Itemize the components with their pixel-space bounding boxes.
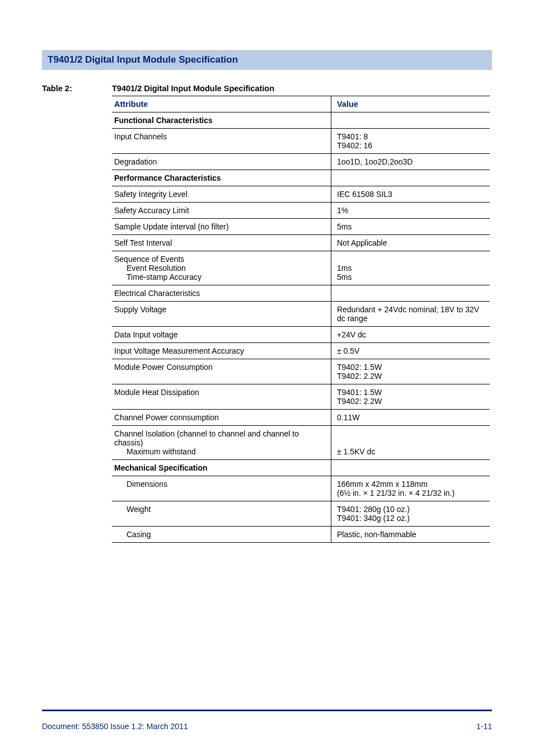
row-val: 5ms [331,219,490,235]
row-attr: Weight [112,501,331,527]
value-line: 166mm x 42mm x 118mm [337,480,428,489]
row-attr: Dimensions [112,476,331,501]
table-row: Input Channels T9401: 8 T9402: 16 [112,129,490,154]
row-val [331,285,490,302]
row-val: 0.11W [331,410,490,426]
row-val: Plastic, non-flammable [331,527,490,543]
table-row: Dimensions 166mm x 42mm x 118mm (6½ in. … [112,476,490,501]
row-attr: Sample Update interval (no filter) [112,219,331,235]
attr-line: Sequence of Events [114,255,184,264]
table-row: Functional Characteristics [112,112,490,129]
row-val: 1oo1D, 1oo2D,2oo3D [331,154,490,170]
row-val: ± 1.5KV dc [331,426,490,460]
value-line: T9402: 2.2W [337,397,382,406]
row-attr: Channel Power connsumption [112,410,331,426]
row-attr: Input Channels [112,129,331,154]
value-line: T9402: 2.2W [337,372,382,381]
table-row: Module Heat Dissipation T9401: 1.5W T940… [112,384,490,410]
row-val: ± 0.5V [331,343,490,359]
row-val [331,112,490,129]
row-attr: Performance Characteristics [112,170,331,186]
table-row: Safety Integrity Level IEC 61508 SIL3 [112,186,490,203]
attr-line: Casing [114,530,326,539]
attr-sub-line: Time-stamp Accuracy [114,273,326,281]
row-val: 166mm x 42mm x 118mm (6½ in. × 1 21/32 i… [331,476,490,501]
row-val: IEC 61508 SIL3 [331,186,490,203]
table-row: Safety Accuracy Limit 1% [112,203,490,219]
table-number-label: Table 2: [42,84,95,93]
row-val: T9401: 1.5W T9402: 2.2W [331,384,490,410]
row-attr: Mechanical Specification [112,460,331,476]
row-attr: Module Power Consumption [112,359,331,384]
section-band: T9401/2 Digital Input Module Specificati… [42,50,492,70]
attr-line: Channel Isolation (channel to channel an… [114,429,299,447]
table-row: Supply Voltage Redundant + 24Vdc nominal… [112,302,490,327]
value-line: 5ms [337,273,352,281]
table-row: Weight T9401: 280g (10 oz.) T9401: 340g … [112,501,490,527]
value-line: T9401: 280g (10 oz.) [337,505,410,514]
table-row: Degradation 1oo1D, 1oo2D,2oo3D [112,154,490,170]
footer-rule [42,710,492,711]
row-val: Not Applicable [331,235,490,251]
header-value: Value [331,96,490,112]
table-row: Electrical Characteristics [112,285,490,302]
footer-page-number: 1-11 [476,722,492,731]
row-val: +24V dc [331,327,490,343]
row-val: T9401: 8 T9402: 16 [331,129,490,154]
attr-line: Weight [114,505,326,514]
table-caption: T9401/2 Digital Input Module Specificati… [112,84,274,93]
footer-document-id: Document: 553850 Issue 1.2: March 2011 [42,722,188,731]
value-line: ± 1.5KV dc [337,447,375,456]
row-attr: Casing [112,527,331,543]
row-val: 1% [331,203,490,219]
section-title: T9401/2 Digital Input Module Specificati… [48,54,238,65]
header-attribute: Attribute [112,96,331,112]
table-row: Input Voltage Measurement Accuracy ± 0.5… [112,343,490,359]
row-attr: Input Voltage Measurement Accuracy [112,343,331,359]
row-val: 1ms 5ms [331,251,490,285]
table-row: Channel Isolation (channel to channel an… [112,426,490,460]
table-row: Performance Characteristics [112,170,490,186]
row-val: T9401: 280g (10 oz.) T9401: 340g (12 oz.… [331,501,490,527]
row-attr: Channel Isolation (channel to channel an… [112,426,331,460]
table-row: Data Input voltage +24V dc [112,327,490,343]
table-row: Casing Plastic, non-flammable [112,527,490,543]
attr-line: Dimensions [114,480,326,489]
row-attr: Functional Characteristics [112,112,331,129]
value-line: T9402: 1.5W [337,363,382,372]
row-attr: Data Input voltage [112,327,331,343]
page-footer: Document: 553850 Issue 1.2: March 2011 1… [42,722,492,731]
value-line: 1ms [337,264,352,273]
table-row: Sequence of Events Event Resolution Time… [112,251,490,285]
row-attr: Safety Integrity Level [112,186,331,203]
spec-table: Attribute Value Functional Characteristi… [112,96,490,543]
attr-sub-line: Event Resolution [114,264,326,273]
table-row: Module Power Consumption T9402: 1.5W T94… [112,359,490,384]
table-header-row: Attribute Value [112,96,490,112]
value-line: T9401: 1.5W [337,388,382,397]
row-attr: Supply Voltage [112,302,331,327]
row-attr: Self Test Interval [112,235,331,251]
value-line: T9401: 340g (12 oz.) [337,514,410,523]
attr-sub-line: Maximum withstand [114,447,326,456]
value-line: T9401: 8 [337,132,368,141]
row-val [331,170,490,186]
table-row: Sample Update interval (no filter) 5ms [112,219,490,235]
row-attr: Sequence of Events Event Resolution Time… [112,251,331,285]
row-attr: Safety Accuracy Limit [112,203,331,219]
value-line: T9402: 16 [337,141,372,150]
row-attr: Module Heat Dissipation [112,384,331,410]
table-row: Mechanical Specification [112,460,490,476]
row-attr: Degradation [112,154,331,170]
row-val [331,460,490,476]
row-val: Redundant + 24Vdc nominal; 18V to 32V dc… [331,302,490,327]
row-val: T9402: 1.5W T9402: 2.2W [331,359,490,384]
table-row: Channel Power connsumption 0.11W [112,410,490,426]
table-row: Self Test Interval Not Applicable [112,235,490,251]
row-attr: Electrical Characteristics [112,285,331,302]
value-line: (6½ in. × 1 21/32 in. × 4 21/32 in.) [337,489,455,497]
